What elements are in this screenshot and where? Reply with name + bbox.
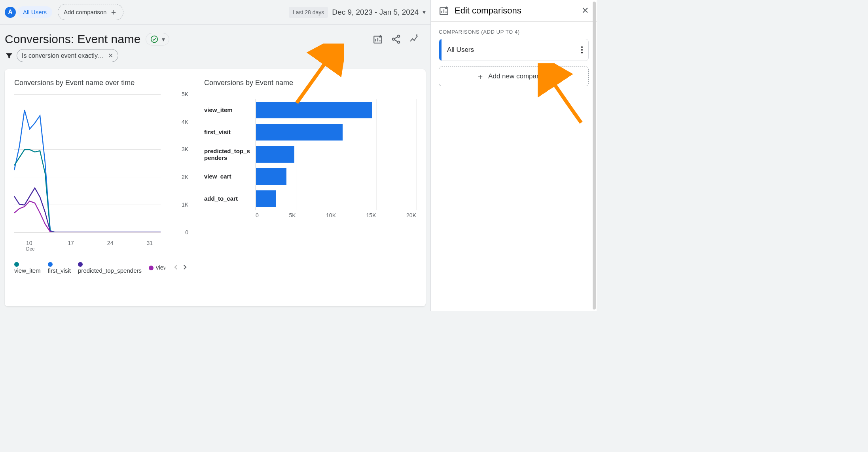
edit-comparisons-panel: Edit comparisons ✕ COMPARISONS (ADD UP T… (430, 0, 597, 311)
share-icon[interactable] (391, 34, 401, 44)
bar-label: view_item (204, 106, 256, 113)
chevron-left-icon[interactable] (172, 264, 180, 271)
add-new-comparison-button[interactable]: ＋ Add new comparison (439, 66, 589, 86)
add-comparison-chip[interactable]: Add comparison ＋ (58, 4, 123, 20)
legend-label: predicted_top_spenders (78, 267, 142, 274)
report-topbar: A All Users Add comparison ＋ Last 28 day… (0, 0, 430, 25)
side-panel-title: Edit comparisons (455, 6, 521, 16)
filter-chip[interactable]: Is conversion event exactly… ✕ (17, 49, 118, 62)
chevron-right-icon[interactable] (181, 264, 188, 271)
close-icon[interactable]: ✕ (108, 52, 113, 59)
line-chart-plot (14, 94, 161, 232)
bar-row: predicted_top_spenders (204, 143, 416, 165)
add-new-comparison-label: Add new comparison (488, 72, 551, 80)
bar-row: view_item (204, 99, 416, 121)
svg-point-3 (392, 38, 394, 40)
plus-icon: ＋ (476, 71, 484, 82)
legend-item[interactable]: predicted_top_spenders (78, 260, 142, 274)
x-tick-month: Dec (26, 246, 34, 252)
legend-item[interactable]: view_c (149, 264, 165, 271)
bar-row: view_cart (204, 165, 416, 188)
bar-row: add_to_cart (204, 188, 416, 210)
plus-icon: ＋ (110, 7, 118, 17)
filter-row: Is conversion event exactly… ✕ (0, 49, 430, 69)
x-tick: 10 (26, 240, 32, 246)
svg-point-0 (151, 36, 157, 43)
bar-chart[interactable]: view_item first_visit predicted_top_spen… (204, 99, 416, 218)
x-tick: 31 (146, 240, 153, 252)
bar-x-tick: 0 (256, 212, 259, 218)
page-title: Conversions: Event name (5, 32, 141, 46)
report-title-row: Conversions: Event name ▾ (0, 25, 430, 49)
comparison-chip-all-users[interactable]: All Users (17, 6, 52, 18)
insights-icon[interactable] (409, 34, 419, 44)
y-tick: 5K (165, 91, 188, 97)
legend-item[interactable]: view_item (14, 260, 41, 274)
svg-point-4 (398, 41, 400, 43)
main-report-area: A All Users Add comparison ＋ Last 28 day… (0, 0, 430, 311)
x-tick: 17 (68, 240, 74, 252)
report-card: Conversions by Event name over time 5K 4… (5, 69, 426, 306)
x-tick: 24 (107, 240, 114, 252)
add-comparison-label: Add comparison (64, 9, 106, 15)
comparison-name: All Users (442, 46, 474, 54)
more-options-button[interactable] (581, 46, 588, 53)
svg-point-2 (398, 35, 400, 37)
bar-chart-title: Conversions by Event name (204, 79, 416, 87)
line-chart-x-axis: 10Dec 17 24 31 (14, 240, 161, 252)
line-chart-legend: view_item first_visit predicted_top_spen… (14, 260, 188, 274)
customize-report-icon (439, 6, 449, 16)
customize-report-icon[interactable] (373, 34, 383, 44)
checkmark-circle-icon (150, 35, 159, 44)
date-preset-label: Last 28 days (289, 7, 328, 18)
side-panel-header: Edit comparisons ✕ (431, 0, 597, 22)
caret-down-icon: ▾ (423, 8, 426, 16)
status-verified-pill[interactable]: ▾ (146, 33, 169, 46)
bar-row: first_visit (204, 121, 416, 143)
bar-x-tick: 20K (406, 212, 416, 218)
y-tick: 0 (165, 229, 188, 235)
comparison-avatar-a: A (5, 7, 16, 18)
y-tick: 4K (165, 119, 188, 125)
bar-label: view_cart (204, 173, 256, 180)
scrollbar[interactable] (593, 2, 596, 310)
bar-label: first_visit (204, 129, 256, 135)
bar-x-tick: 5K (289, 212, 296, 218)
comparison-item[interactable]: All Users (439, 39, 589, 61)
line-chart[interactable]: 5K 4K 3K 2K 1K 0 (14, 94, 188, 256)
close-icon[interactable]: ✕ (582, 6, 589, 16)
svg-point-5 (417, 36, 418, 36)
bar-x-tick: 10K (326, 212, 336, 218)
legend-label: first_visit (48, 267, 71, 274)
svg-point-6 (416, 34, 417, 35)
side-panel-body: COMPARISONS (ADD UP TO 4) All Users ＋ Ad… (431, 22, 597, 93)
y-tick: 3K (165, 146, 188, 152)
legend-label: view_item (14, 267, 41, 274)
comparisons-section-label: COMPARISONS (ADD UP TO 4) (439, 29, 589, 35)
bar-chart-panel: Conversions by Event name view_item (204, 79, 416, 306)
legend-item[interactable]: first_visit (48, 260, 71, 274)
date-range-picker[interactable]: Last 28 days Dec 9, 2023 - Jan 5, 2024 ▾ (289, 7, 426, 18)
date-range-value: Dec 9, 2023 - Jan 5, 2024 (332, 8, 419, 17)
bar-label: predicted_top_spenders (204, 148, 256, 161)
y-tick: 2K (165, 174, 188, 180)
caret-down-icon: ▾ (162, 36, 165, 43)
line-chart-title: Conversions by Event name over time (14, 79, 188, 87)
line-chart-panel: Conversions by Event name over time 5K 4… (14, 79, 188, 306)
kebab-icon (581, 46, 583, 53)
y-tick: 1K (165, 201, 188, 208)
bar-chart-x-axis: 0 5K 10K 15K 20K (256, 212, 416, 218)
filter-icon (5, 51, 13, 60)
filter-chip-text: Is conversion event exactly… (22, 52, 104, 59)
bar-label: add_to_cart (204, 195, 256, 202)
legend-label: view_c (156, 264, 165, 271)
bar-x-tick: 15K (366, 212, 376, 218)
